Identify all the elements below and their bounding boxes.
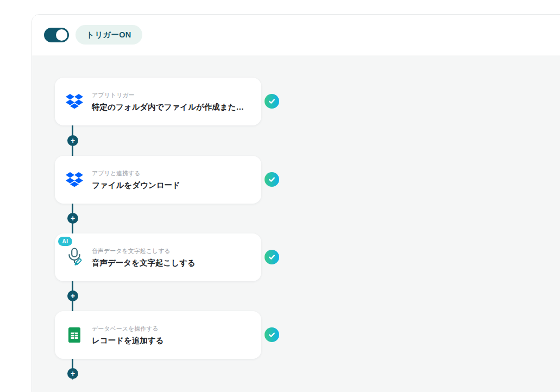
workflow-canvas: + + + + アプリトリガー 特定のフォルダ内でファイルが作成また…: [32, 56, 560, 392]
plus-icon: +: [71, 370, 75, 377]
step-status-check: [265, 250, 279, 264]
check-icon: [268, 175, 276, 184]
step-category-label: データベースを操作する: [92, 325, 164, 333]
step-title: 音声データを文字起こしする: [92, 258, 196, 268]
plus-icon: +: [71, 137, 75, 144]
step-card-app-trigger[interactable]: アプリトリガー 特定のフォルダ内でファイルが作成また…: [55, 78, 261, 125]
ai-badge: AI: [58, 237, 72, 246]
trigger-on-badge: トリガーON: [75, 25, 142, 45]
google-sheets-icon: [65, 327, 84, 343]
check-icon: [268, 97, 276, 105]
step-status-check: [265, 327, 279, 342]
add-step-button[interactable]: +: [67, 290, 78, 301]
check-icon: [268, 253, 276, 261]
step-status-check: [265, 94, 279, 109]
add-step-button[interactable]: +: [67, 368, 78, 379]
dropbox-icon: [65, 94, 84, 109]
step-card-add-record[interactable]: データベースを操作する レコードを追加する: [55, 311, 261, 359]
step-card-download-file[interactable]: アプリと連携する ファイルをダウンロード: [55, 156, 261, 204]
microphone-pencil-icon: [65, 247, 84, 268]
step-category-label: アプリトリガー: [92, 91, 244, 99]
step-category-label: 音声データを文字起こしする: [92, 247, 196, 255]
step-title: ファイルをダウンロード: [92, 180, 180, 191]
dropbox-icon: [65, 172, 84, 187]
step-title: レコードを追加する: [92, 336, 164, 346]
check-icon: [268, 331, 276, 339]
step-title: 特定のフォルダ内でファイルが作成また…: [92, 102, 244, 112]
add-step-button[interactable]: +: [67, 213, 78, 224]
plus-icon: +: [71, 292, 75, 300]
step-status-check: [265, 172, 279, 187]
trigger-toggle[interactable]: [44, 28, 69, 42]
plus-icon: +: [71, 214, 75, 222]
workflow-panel: トリガーON + + + + アプリトリガー: [32, 14, 560, 392]
trigger-toolbar: トリガーON: [32, 15, 560, 55]
trigger-on-label: トリガーON: [86, 30, 131, 40]
step-card-transcribe-audio[interactable]: AI 音声データを文字起こしする 音声データを文字起こしする: [55, 233, 261, 281]
toggle-knob: [56, 29, 67, 41]
step-category-label: アプリと連携する: [92, 169, 180, 178]
add-step-button[interactable]: +: [67, 135, 78, 146]
